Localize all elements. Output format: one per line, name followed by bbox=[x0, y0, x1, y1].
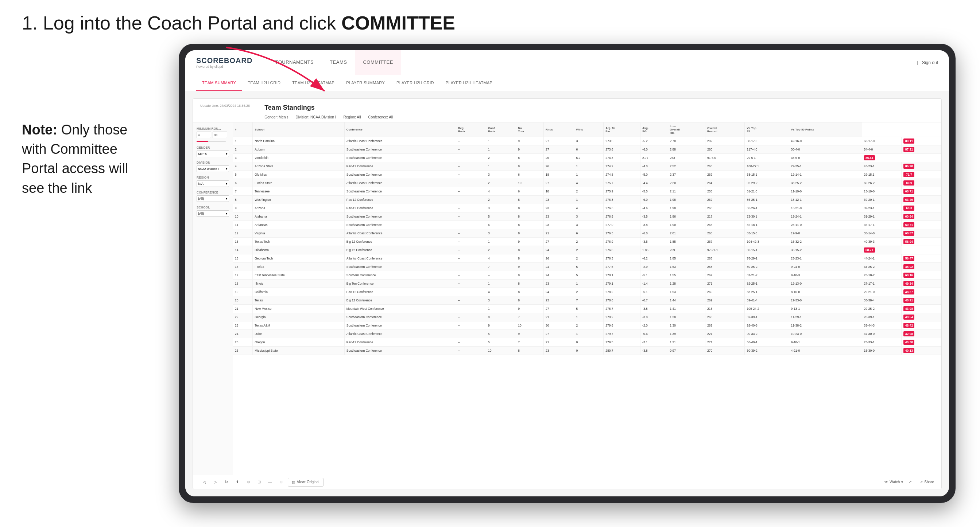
sub-nav-player-summary[interactable]: PLAYER SUMMARY bbox=[340, 75, 391, 91]
toolbar-share-btn-2[interactable]: ⬆ bbox=[233, 478, 241, 486]
min-rounds-input-2[interactable]: 30 bbox=[213, 132, 227, 138]
table-container: # School Conference RegRank ConfRank NoT… bbox=[233, 122, 941, 475]
tablet-screen: SCOREBOARD Powered by clippd TOURNAMENTS… bbox=[185, 50, 949, 496]
sign-out: | Sign out bbox=[916, 60, 938, 65]
sub-nav-team-h2h-heatmap[interactable]: TEAM H2H HEATMAP bbox=[286, 75, 340, 91]
update-time: Update time: 27/03/2024 16:56:26 bbox=[200, 104, 250, 108]
col-reg-rank: RegRank bbox=[456, 122, 486, 137]
filter-region: Region N/A ▾ bbox=[197, 176, 229, 187]
table-row: 6Florida StateAtlantic Coast Conference–… bbox=[233, 179, 941, 187]
view-original-btn[interactable]: ▤ View: Original bbox=[288, 478, 323, 487]
table-row: 15Georgia TechAtlantic Coast Conference–… bbox=[233, 254, 941, 263]
table-row: 7TennesseeSoutheastern Conference–461822… bbox=[233, 187, 941, 196]
logo-subtitle: Powered by clippd bbox=[196, 65, 252, 68]
toolbar-expand-btn[interactable]: ⤢ bbox=[906, 478, 914, 486]
conference-select[interactable]: (All) ▾ bbox=[197, 195, 229, 202]
sub-nav-team-summary[interactable]: TEAM SUMMARY bbox=[196, 75, 242, 91]
col-conf-rank: ConfRank bbox=[486, 122, 516, 137]
table-row: 17East Tennessee StateSouthern Conferenc… bbox=[233, 271, 941, 279]
table-row: 10AlabamaSoutheastern Conference–5823327… bbox=[233, 213, 941, 221]
panel-title: Team Standings bbox=[264, 104, 934, 111]
table-header-row: # School Conference RegRank ConfRank NoT… bbox=[233, 122, 941, 137]
watch-btn[interactable]: 👁 Watch ▾ bbox=[885, 480, 903, 484]
table-row: 8WashingtonPac-12 Conference–28231276.3-… bbox=[233, 196, 941, 204]
standings-table: # School Conference RegRank ConfRank NoT… bbox=[233, 122, 941, 355]
toolbar-bookmark-btn[interactable]: ⊕ bbox=[244, 478, 252, 486]
sub-nav-team-h2h-grid[interactable]: TEAM H2H GRID bbox=[242, 75, 286, 91]
toolbar-forward-btn[interactable]: ▷ bbox=[211, 478, 219, 486]
logo-area: SCOREBOARD Powered by clippd bbox=[196, 57, 252, 68]
col-avg-sg: Avg.SG bbox=[640, 122, 668, 137]
gender-select[interactable]: Men's ▾ bbox=[197, 151, 229, 157]
step-number: 1. bbox=[22, 13, 38, 33]
filter-school: School (All) ▾ bbox=[197, 206, 229, 217]
table-row: 26Mississippi StateSoutheastern Conferen… bbox=[233, 347, 941, 355]
toolbar-grid-btn[interactable]: ⊞ bbox=[255, 478, 263, 486]
bottom-toolbar: ◁ ▷ ↻ ⬆ ⊕ ⊞ — ⊙ ▤ View: Original 👁 Wa bbox=[193, 475, 941, 489]
table-row: 5Ole MissSoutheastern Conference–3618127… bbox=[233, 171, 941, 179]
step-title: 1. Log into the Coach Portal and click C… bbox=[22, 11, 958, 36]
table-row: 9ArizonaPac-12 Conference–38234276.3-4.6… bbox=[233, 204, 941, 213]
share-btn[interactable]: ↗ Share bbox=[920, 480, 934, 484]
toolbar-minus-btn[interactable]: — bbox=[266, 478, 274, 486]
nav-tournaments[interactable]: TOURNAMENTS bbox=[267, 50, 322, 75]
sub-nav: TEAM SUMMARY TEAM H2H GRID TEAM H2H HEAT… bbox=[185, 75, 949, 91]
nav-committee[interactable]: COMMITTEE bbox=[355, 50, 401, 75]
instruction-area: 1. Log into the Coach Portal and click C… bbox=[22, 11, 958, 36]
table-row: 3VanderbiltSoutheastern Conference–28266… bbox=[233, 154, 941, 162]
rounds-slider[interactable] bbox=[197, 141, 226, 142]
col-vs-top-25: Vs Top25 bbox=[745, 122, 789, 137]
col-rnds: Rnds bbox=[544, 122, 574, 137]
conference-filter-label: Conference: All bbox=[368, 115, 393, 119]
col-wins: Wins bbox=[574, 122, 604, 137]
col-school: School bbox=[253, 122, 345, 137]
toolbar-clock-btn[interactable]: ⊙ bbox=[277, 478, 285, 486]
table-row: 25OregonPac-12 Conference–57210279.5-3.1… bbox=[233, 338, 941, 347]
tablet-device: SCOREBOARD Powered by clippd TOURNAMENTS… bbox=[179, 44, 956, 503]
standings-panel: Update time: 27/03/2024 16:56:26 Team St… bbox=[192, 98, 942, 489]
table-row: 14OklahomaBig 12 Conference–28242276.81.… bbox=[233, 246, 941, 254]
col-rank: # bbox=[233, 122, 253, 137]
table-row: 23Texas A&MSoutheastern Conference–91030… bbox=[233, 321, 941, 330]
table-row: 20TexasBig 12 Conference–38237278.6-0.71… bbox=[233, 296, 941, 305]
main-content: Update time: 27/03/2024 16:56:26 Team St… bbox=[185, 91, 949, 496]
table-row: 18IllinoisBig Ten Conference–18231279.1-… bbox=[233, 279, 941, 288]
note-bold: Note: bbox=[22, 122, 57, 137]
toolbar-refresh-btn[interactable]: ↻ bbox=[222, 478, 230, 486]
filter-min-rounds: Minimum Rou... 4 30 bbox=[197, 127, 229, 142]
filter-gender: Gender Men's ▾ bbox=[197, 146, 229, 157]
min-rounds-input-1[interactable]: 4 bbox=[197, 132, 211, 138]
toolbar-back-btn[interactable]: ◁ bbox=[200, 478, 208, 486]
region-filter-label: Region: All bbox=[344, 115, 361, 119]
sub-nav-player-h2h-grid[interactable]: PLAYER H2H GRID bbox=[391, 75, 440, 91]
table-row: 12VirginiaAtlantic Coast Conference–3821… bbox=[233, 229, 941, 238]
table-row: 13Texas TechBig 12 Conference–19272276.9… bbox=[233, 238, 941, 246]
col-low-rd: LowOverallRd. bbox=[668, 122, 705, 137]
filter-row: Gender: Men's Division: NCAA Division I … bbox=[264, 115, 934, 119]
table-row: 2AuburnSoutheastern Conference–19276273.… bbox=[233, 145, 941, 154]
sign-out-label[interactable]: Sign out bbox=[922, 60, 938, 65]
logo-title: SCOREBOARD bbox=[196, 57, 252, 65]
nav-links: TOURNAMENTS TEAMS COMMITTEE bbox=[267, 50, 916, 75]
table-row: 22GeorgiaSoutheastern Conference–8721127… bbox=[233, 313, 941, 321]
filter-conference: Conference (All) ▾ bbox=[197, 190, 229, 202]
col-conference: Conference bbox=[344, 122, 456, 137]
sidebar-filters: Minimum Rou... 4 30 Gender bbox=[193, 122, 233, 475]
sub-nav-player-h2h-heatmap[interactable]: PLAYER H2H HEATMAP bbox=[440, 75, 498, 91]
table-row: 4Arizona StatePac-12 Conference–19261274… bbox=[233, 162, 941, 171]
nav-teams[interactable]: TEAMS bbox=[322, 50, 355, 75]
table-body: 1North CarolinaAtlantic Coast Conference… bbox=[233, 137, 941, 355]
division-select[interactable]: NCAA Division I ▾ bbox=[197, 165, 229, 172]
filter-division: Division NCAA Division I ▾ bbox=[197, 161, 229, 172]
table-row: 11ArkansasSoutheastern Conference–682332… bbox=[233, 221, 941, 229]
col-overall-record: OverallRecord bbox=[705, 122, 745, 137]
region-select[interactable]: N/A ▾ bbox=[197, 180, 229, 187]
table-row: 1North CarolinaAtlantic Coast Conference… bbox=[233, 137, 941, 145]
col-adj-to-par: Adj. ToPar bbox=[604, 122, 640, 137]
table-row: 24DukeAtlantic Coast Conference–59271279… bbox=[233, 330, 941, 338]
school-select[interactable]: (All) ▾ bbox=[197, 210, 229, 217]
panel-header: Update time: 27/03/2024 16:56:26 Team St… bbox=[193, 99, 941, 122]
table-row: 16FloridaSoutheastern Conference–7924527… bbox=[233, 263, 941, 271]
step-text: Log into the Coach Portal and click bbox=[43, 13, 341, 33]
gender-filter-label: Gender: Men's bbox=[264, 115, 288, 119]
